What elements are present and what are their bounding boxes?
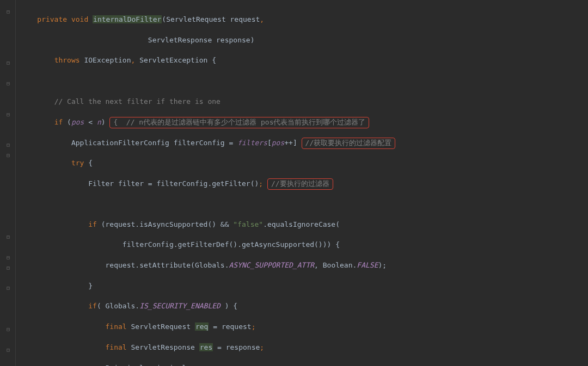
kw-final: final — [106, 343, 127, 351]
string: "false" — [233, 220, 263, 228]
code-editor: ⊟ ⊟ ⊟ ⊟ ⊟ ⊟ ⊟ ⊟ ⊟ ⊟ ⊟ ⊟ private void int… — [0, 0, 588, 366]
txt: , Boolean. — [314, 261, 357, 269]
box-text: //获取要执行的过滤器配置 — [305, 139, 392, 147]
fold-marker[interactable]: ⊟ — [7, 152, 12, 157]
kw-if: if — [54, 118, 63, 126]
fold-marker[interactable]: ⊟ — [7, 141, 12, 147]
inc: ++] — [284, 139, 297, 147]
lt: < — [84, 118, 96, 126]
fold-marker[interactable]: ⊟ — [7, 233, 12, 239]
decl: ApplicationFilterConfig filterConfig = — [71, 139, 237, 147]
const: IS_SECURITY_ENABLED — [139, 302, 220, 310]
end: ); — [378, 261, 387, 269]
decl: Principal principal = — [106, 364, 195, 366]
paren: ( — [63, 118, 71, 126]
annotation-box-3: //要执行的过滤器 — [267, 178, 333, 190]
field-pos: pos — [272, 139, 284, 147]
const: FALSE — [357, 261, 378, 269]
method-name: internalDoFilter — [93, 15, 162, 23]
kw-final: final — [106, 322, 127, 331]
stmt: Filter filter = filterConfig.getFilter() — [88, 179, 259, 188]
kw-try: try — [71, 159, 84, 167]
box-text: { // n代表的是过滤器链中有多少个过滤器 pos代表当前执行到哪个过滤器了 — [113, 118, 365, 126]
field-filters: filters — [237, 139, 267, 147]
var-req: req — [195, 322, 209, 331]
semi: ; — [252, 322, 256, 331]
fold-marker[interactable]: ⊟ — [7, 59, 12, 65]
code-area[interactable]: private void internalDoFilter(ServletReq… — [16, 0, 588, 366]
kw-private: private — [37, 15, 67, 23]
brace: { — [84, 159, 93, 167]
const: ASYNC_SUPPORTED_ATTR — [229, 261, 315, 269]
call: .equalsIgnoreCase( — [263, 220, 340, 228]
fold-marker[interactable]: ⊟ — [7, 284, 12, 290]
semi: ; — [259, 179, 263, 188]
ex1: IOException — [80, 56, 131, 64]
cond: ( Globals. — [97, 302, 139, 310]
field-pos: pos — [71, 118, 84, 126]
ex2: ServletException { — [135, 56, 216, 64]
comment: // Call the next filter if there is one — [54, 97, 220, 106]
brace: } — [88, 282, 93, 290]
param2: ServletResponse response) — [148, 36, 255, 44]
fold-marker[interactable]: ⊟ — [7, 111, 12, 116]
call: request.setAttribute(Globals. — [106, 261, 229, 269]
kw-if: if — [88, 220, 97, 228]
kw-if: if — [88, 302, 97, 310]
fold-marker[interactable]: ⊟ — [7, 346, 12, 352]
brace: ) { — [220, 302, 237, 310]
fold-marker[interactable]: ⊟ — [7, 80, 12, 85]
semi: ; — [260, 343, 264, 351]
gutter: ⊟ ⊟ ⊟ ⊟ ⊟ ⊟ ⊟ ⊟ ⊟ ⊟ ⊟ ⊟ — [0, 0, 16, 366]
decl: ServletRequest — [127, 322, 195, 331]
cond: (request.isAsyncSupported() && — [97, 220, 233, 228]
fold-marker[interactable]: ⊟ — [7, 8, 12, 14]
cont: filterConfig.getFilterDef().getAsyncSupp… — [122, 240, 340, 249]
field-n: n — [97, 118, 101, 126]
assign: = response — [213, 343, 260, 351]
fold-marker[interactable]: ⊟ — [7, 326, 12, 331]
kw-void: void — [71, 15, 88, 23]
close: ) — [101, 118, 110, 126]
var-res: res — [199, 343, 213, 351]
bracket: [ — [267, 139, 272, 147]
sig: (ServletRequest request — [162, 15, 260, 23]
decl: ServletResponse — [127, 343, 199, 351]
kw-throws: throws — [54, 56, 80, 64]
annotation-box-2: //获取要执行的过滤器配置 — [302, 138, 396, 149]
fold-marker[interactable]: ⊟ — [7, 254, 12, 259]
box-text: //要执行的过滤器 — [271, 179, 329, 188]
assign: = request — [209, 322, 251, 331]
annotation-box-1: { // n代表的是过滤器链中有多少个过滤器 pos代表当前执行到哪个过滤器了 — [109, 117, 369, 128]
comma: , — [260, 15, 264, 23]
fold-marker[interactable]: ⊟ — [7, 264, 12, 270]
